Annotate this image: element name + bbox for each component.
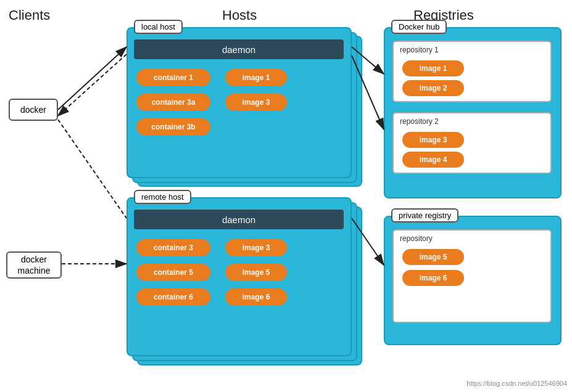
repo-1-label: repository 1 bbox=[400, 46, 439, 54]
docker-hub-registry: Docker hub repository 1 image 1 image 2 … bbox=[384, 27, 562, 198]
local-host-inner: local host daemon container 1 image 1 co… bbox=[126, 27, 352, 178]
remote-image-6: image 6 bbox=[225, 288, 287, 306]
remote-host-inner: remote host daemon container 3 image 3 c… bbox=[126, 197, 352, 356]
remote-container-6: container 6 bbox=[136, 288, 210, 306]
repo-1-box: repository 1 image 1 image 2 bbox=[392, 41, 552, 102]
remote-host-label: remote host bbox=[134, 190, 191, 204]
hosts-title: Hosts bbox=[222, 7, 257, 23]
remote-image-3: image 3 bbox=[225, 239, 287, 256]
docker-client-box: docker bbox=[9, 99, 58, 121]
local-container-3b: container 3b bbox=[136, 118, 210, 136]
remote-container-5: container 5 bbox=[136, 264, 210, 281]
repo1-image1: image 1 bbox=[402, 60, 464, 76]
local-container-1: container 1 bbox=[136, 69, 210, 86]
arrow-docker-to-remote-dashed bbox=[58, 120, 126, 218]
docker-machine-client-box: dockermachine bbox=[6, 251, 62, 279]
private-registry-label: private registry bbox=[391, 208, 458, 223]
private-repo-box: repository image 5 image 6 bbox=[392, 229, 552, 323]
repo1-image2: image 2 bbox=[402, 80, 464, 96]
private-image6: image 6 bbox=[402, 270, 464, 286]
arrow-local-to-docker-dashed bbox=[58, 54, 126, 116]
local-host-label: local host bbox=[134, 20, 183, 34]
remote-image-5: image 5 bbox=[225, 264, 287, 281]
docker-machine-label: dockermachine bbox=[18, 254, 51, 276]
repo-2-box: repository 2 image 3 image 4 bbox=[392, 112, 552, 174]
docker-label: docker bbox=[20, 105, 46, 115]
private-repo-label: repository bbox=[400, 234, 433, 243]
private-registry: private registry repository image 5 imag… bbox=[384, 216, 562, 345]
private-image5: image 5 bbox=[402, 249, 464, 265]
remote-container-3: container 3 bbox=[136, 239, 210, 256]
diagram-container: Clients Hosts Registries docker dockerma… bbox=[0, 0, 572, 392]
repo2-image4: image 4 bbox=[402, 152, 464, 168]
local-host-daemon: daemon bbox=[134, 39, 344, 59]
watermark: https://blog.csdn.net/u012546904 bbox=[466, 380, 567, 387]
clients-title: Clients bbox=[9, 7, 50, 23]
repo2-image3: image 3 bbox=[402, 132, 464, 148]
local-image-3: image 3 bbox=[225, 94, 287, 111]
local-image-1: image 1 bbox=[225, 69, 287, 86]
remote-host-daemon: daemon bbox=[134, 210, 344, 229]
docker-hub-label: Docker hub bbox=[391, 20, 447, 34]
local-container-3a: container 3a bbox=[136, 94, 210, 111]
repo-2-label: repository 2 bbox=[400, 117, 439, 126]
arrow-docker-to-local bbox=[58, 47, 126, 110]
